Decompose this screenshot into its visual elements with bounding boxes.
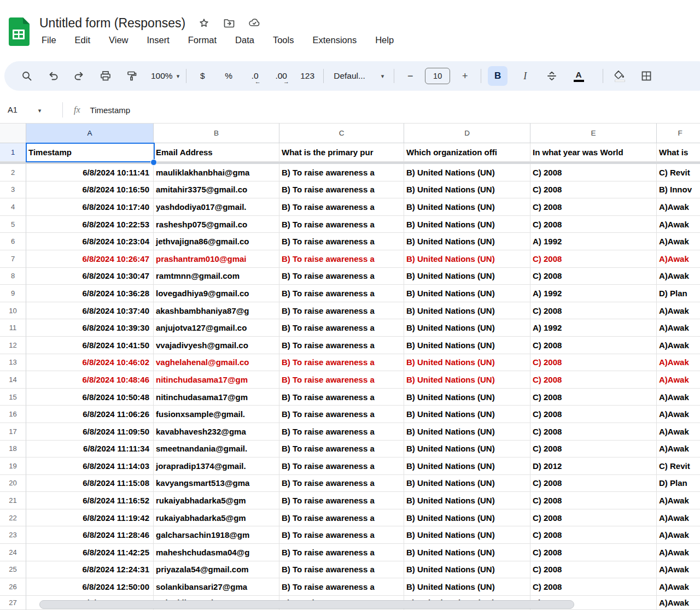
cell[interactable]: C) 2008 [530, 354, 657, 372]
cell[interactable]: B) United Nations (UN) [404, 302, 530, 320]
cell[interactable]: B) To raise awareness a [279, 164, 404, 181]
cell[interactable]: B) Innov [657, 181, 700, 199]
increase-decimal-button[interactable]: .00→ [272, 67, 290, 85]
strikethrough-icon[interactable] [542, 67, 561, 85]
menu-view[interactable]: View [109, 35, 128, 45]
cell[interactable]: C) 2008 [530, 475, 657, 492]
cell[interactable]: A)Awak [657, 198, 700, 216]
row-header-8[interactable]: 8 [0, 268, 26, 285]
cell[interactable]: 6/8/2024 10:41:50 [26, 337, 154, 354]
cell[interactable]: B) United Nations (UN) [404, 406, 530, 423]
cell[interactable]: kavyangsmart513@gma [154, 475, 279, 492]
decrease-font-size-button[interactable]: − [401, 67, 419, 85]
text-color-button[interactable]: A [569, 67, 588, 85]
cell[interactable]: D) 2012 [530, 458, 657, 475]
cell[interactable]: A)Awak [657, 544, 700, 561]
column-header-D[interactable]: D [404, 123, 530, 143]
cell[interactable]: B) United Nations (UN) [404, 216, 530, 233]
column-header-E[interactable]: E [530, 123, 657, 143]
cell[interactable]: B) United Nations (UN) [404, 544, 530, 561]
cell[interactable]: vvajadivyesh@gmail.co [154, 337, 279, 354]
row-header-16[interactable]: 16 [0, 406, 26, 423]
cell[interactable]: B) United Nations (UN) [404, 492, 530, 509]
cell[interactable]: A)Awak [657, 337, 700, 354]
cell[interactable]: B) To raise awareness a [279, 302, 404, 320]
cell[interactable]: C) 2008 [530, 268, 657, 285]
row-header-25[interactable]: 25 [0, 561, 26, 579]
cell[interactable]: amitahir3375@gmail.co [154, 181, 279, 199]
cell[interactable]: B) United Nations (UN) [404, 164, 530, 181]
cell[interactable]: C) 2008 [530, 578, 657, 596]
cell[interactable]: 6/8/2024 10:17:40 [26, 198, 154, 216]
cell[interactable]: 6/8/2024 10:26:47 [26, 250, 154, 268]
cell[interactable]: smeetnandania@gmail. [154, 441, 279, 458]
row-header-5[interactable]: 5 [0, 216, 26, 233]
document-title[interactable]: Untitled form (Responses) [39, 16, 185, 31]
cell[interactable]: B) To raise awareness a [279, 198, 404, 216]
italic-button[interactable]: I [515, 67, 535, 85]
move-folder-icon[interactable] [223, 16, 236, 30]
row-header-17[interactable]: 17 [0, 423, 26, 441]
row-header-2[interactable]: 2 [0, 164, 26, 181]
cell[interactable]: maheshchudasma04@g [154, 544, 279, 561]
cell[interactable]: B) United Nations (UN) [404, 526, 530, 544]
cell[interactable]: B) United Nations (UN) [404, 268, 530, 285]
menu-file[interactable]: File [42, 35, 56, 45]
cell[interactable]: Which organization offi [404, 143, 530, 162]
cell[interactable]: C) Revit [657, 458, 700, 475]
cell[interactable]: 6/8/2024 10:16:50 [26, 181, 154, 199]
row-header-18[interactable]: 18 [0, 441, 26, 458]
cell[interactable]: C) 2008 [530, 441, 657, 458]
cell[interactable]: mauliklakhanbhai@gma [154, 164, 279, 181]
row-header-19[interactable]: 19 [0, 458, 26, 475]
cell[interactable]: kavabhavesh232@gma [154, 423, 279, 441]
cell[interactable]: A) 1992 [530, 233, 657, 250]
cell[interactable]: C) 2008 [530, 250, 657, 268]
percent-format-button[interactable]: % [219, 67, 238, 85]
cell[interactable]: jorapradip1374@gmail. [154, 458, 279, 475]
cell[interactable]: B) To raise awareness a [279, 181, 404, 199]
cell[interactable]: jethvajigna86@gmail.co [154, 233, 279, 250]
currency-format-button[interactable]: $ [193, 67, 212, 85]
row-header-20[interactable]: 20 [0, 475, 26, 492]
cell[interactable]: A)Awak [657, 389, 700, 406]
select-all-corner[interactable] [0, 123, 26, 143]
cell[interactable]: vaghelahenal@gmail.co [154, 354, 279, 372]
cell[interactable]: C) 2008 [530, 561, 657, 579]
cell[interactable]: B) United Nations (UN) [404, 354, 530, 372]
fill-color-icon[interactable] [610, 67, 629, 85]
cell[interactable]: nitinchudasama17@gm [154, 389, 279, 406]
column-header-F[interactable]: F [657, 123, 700, 143]
fill-handle[interactable] [150, 159, 157, 166]
cell[interactable]: D) Plan [657, 285, 700, 302]
cell[interactable]: Email Address [154, 143, 279, 162]
cell[interactable]: B) United Nations (UN) [404, 233, 530, 250]
cell[interactable]: galcharsachin1918@gm [154, 526, 279, 544]
menu-extensions[interactable]: Extensions [312, 35, 357, 45]
cell[interactable]: 6/8/2024 11:15:08 [26, 475, 154, 492]
cell[interactable]: What is the primary pur [279, 143, 404, 162]
cell[interactable]: B) To raise awareness a [279, 268, 404, 285]
cell[interactable]: 6/8/2024 10:23:04 [26, 233, 154, 250]
menu-help[interactable]: Help [375, 35, 394, 45]
cell[interactable]: yashdodiya017@gmail. [154, 198, 279, 216]
row-header-15[interactable]: 15 [0, 389, 26, 406]
cell[interactable]: A)Awak [657, 561, 700, 579]
row-header-1[interactable]: 1 [0, 143, 26, 162]
cell[interactable]: B) To raise awareness a [279, 250, 404, 268]
row-header-10[interactable]: 10 [0, 302, 26, 320]
cell[interactable]: B) United Nations (UN) [404, 509, 530, 527]
cell[interactable]: B) To raise awareness a [279, 544, 404, 561]
cell[interactable]: 6/8/2024 10:50:48 [26, 389, 154, 406]
cloud-saved-icon[interactable] [248, 16, 261, 30]
cell[interactable]: A)Awak [657, 216, 700, 233]
menu-format[interactable]: Format [188, 35, 217, 45]
menu-tools[interactable]: Tools [273, 35, 294, 45]
row-header-14[interactable]: 14 [0, 371, 26, 389]
cell[interactable]: 6/8/2024 10:46:02 [26, 354, 154, 372]
increase-font-size-button[interactable]: + [456, 67, 474, 85]
row-header-23[interactable]: 23 [0, 526, 26, 544]
cell[interactable]: B) United Nations (UN) [404, 181, 530, 199]
cell[interactable]: 6/8/2024 10:37:40 [26, 302, 154, 320]
borders-icon[interactable] [637, 67, 656, 85]
